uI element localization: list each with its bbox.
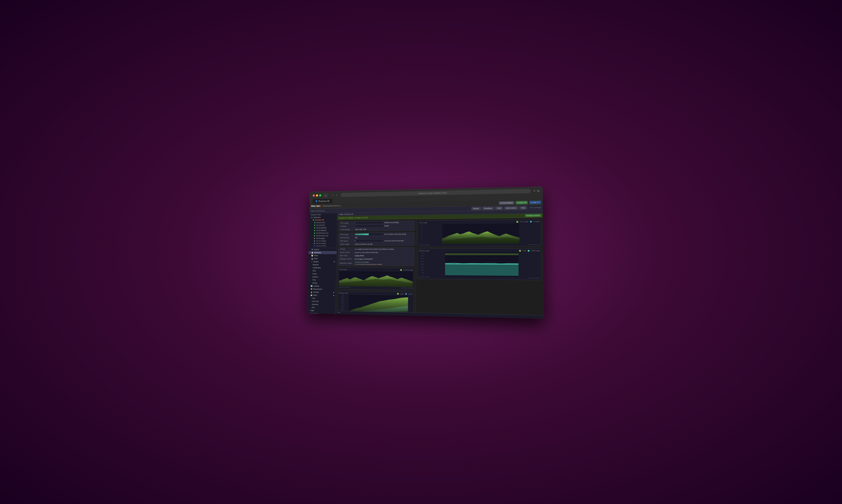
shutdown-button[interactable]: Shutdown <box>482 206 494 210</box>
sidebar-item-syslog[interactable]: Syslog <box>308 281 336 285</box>
network-legend: netin netout <box>397 293 413 295</box>
total-legend-dot <box>519 250 521 251</box>
manager-value: pre-manager/1.3/b462da6f15 <box>355 258 413 260</box>
io-value: 0.00% <box>384 224 413 227</box>
charts-panel: CPU usage CPU usage IO delay <box>416 218 544 316</box>
new-tab-button[interactable]: + <box>533 189 535 193</box>
netout-legend-dot <box>405 293 407 295</box>
network-y-axis: 1 M 900 k 800 k 700 k 600 k 500 k 400 k … <box>339 294 345 312</box>
breadcrumb-text: Node: Proxmox-VE <box>339 213 354 215</box>
maximize-button[interactable] <box>319 194 321 197</box>
pve-sidebar: Server View ▶ Datacenter Proxmox-VE 100 … <box>307 213 338 314</box>
sidebar-item-hosts[interactable]: Hosts <box>308 272 336 276</box>
load-legend-dot <box>400 269 402 271</box>
load-legend: Load average <box>400 269 413 271</box>
sidebar-item-options[interactable]: Options <box>308 275 336 278</box>
sidebar-item-certificates[interactable]: Certificates <box>308 266 337 269</box>
pve-main: Server View ▶ Datacenter Proxmox-VE 100 … <box>307 210 544 319</box>
io-label: IO delay <box>340 225 355 227</box>
memory-legend: Total RAM usage <box>519 250 540 252</box>
tab-title: Proxmox VE <box>319 200 329 202</box>
sidebar-item-vm105[interactable]: 105 (Proxmox #2) <box>309 234 337 237</box>
close-button[interactable] <box>313 194 315 197</box>
kernel-label: Kernel Version <box>340 251 355 253</box>
sidebar-item-system[interactable]: ⚙ System ▶ <box>308 260 336 263</box>
minimize-button[interactable] <box>316 194 318 197</box>
sidebar-item-notes[interactable]: 📝 Notes <box>308 254 337 257</box>
network-svg <box>344 295 413 313</box>
network-header: Network traffic netin netout <box>339 292 413 295</box>
ksm-label: KSM sharing <box>340 237 355 239</box>
manager-label: Manager Version <box>340 258 355 260</box>
cpu-legend: CPU usage IO delay <box>517 220 540 222</box>
node-name: Proxmox-VE <box>315 219 324 221</box>
sidebar-item-shell[interactable]: 💻 Shell <box>308 257 337 260</box>
traffic-lights <box>313 194 321 197</box>
network-title: Network traffic <box>339 292 348 294</box>
sidebar-item-vm107[interactable]: 107 (vm-images) <box>309 239 337 242</box>
netin-legend-dot <box>397 293 399 294</box>
sidebar-item-vm106[interactable]: 106 (images) <box>309 237 337 240</box>
pve-body: CPU usage 0.00% of 12 CPU(s) IO delay <box>336 218 544 316</box>
system-info-box: CPU(s) 12 x Intel(R) Xeon(R) CPU E5-1650… <box>338 247 414 266</box>
cpu-usage-legend-label: CPU usage <box>520 221 529 223</box>
cpus-label: CPU(s) <box>340 248 355 250</box>
help-button[interactable]: Help <box>519 206 527 210</box>
hdd-row: HDD space 1.97% (4.61 GB of 429.26 GB) <box>339 239 414 242</box>
memory-svg <box>425 252 540 277</box>
reboot-button[interactable]: Reboot <box>471 207 481 210</box>
memory-chart-header: Memory usage Total RAM usage <box>419 250 540 252</box>
ram-label: RAM usage <box>340 234 355 235</box>
back-button[interactable]: ‹ <box>331 193 334 197</box>
netin-label: netin <box>400 293 403 295</box>
nav-section: 🔍 Search 📋 Summary 📝 Notes 💻 <box>307 248 337 314</box>
sidebar-toggle-button[interactable]: ▤ <box>323 193 328 197</box>
hdd-label: HDD space <box>340 240 355 242</box>
browser-tab[interactable]: 🔵 Proxmox VE <box>313 199 332 203</box>
bulk-actions-button[interactable]: Bulk Actions <box>504 206 518 210</box>
cpu-time-labels: 2024-05-01 14:35:00 2024-05-01 15:42:00 <box>419 244 540 246</box>
sidebar-item-time[interactable]: Time <box>308 278 336 282</box>
server-load-chart: Server load Load average <box>338 267 414 290</box>
io-delay-legend-dot <box>530 221 532 222</box>
hdd-value: 1.97% (4.61 GB of 429.26 GB) <box>384 240 413 241</box>
create-ct-button[interactable]: Create CT <box>529 201 541 204</box>
ram-value: 49.77% (106.21 GB of 251.58 GB) <box>384 233 413 235</box>
forward-button[interactable]: › <box>335 193 339 197</box>
memory-chart: Memory usage Total RAM usage <box>417 248 542 280</box>
sidebar-item-vm104[interactable]: 104 (Proxmox #1) <box>309 232 337 234</box>
system-icon: ⚙ <box>311 261 313 263</box>
sidebar-item-dns[interactable]: DNS <box>308 269 336 272</box>
cpu-info-row: CPU(s) 12 x Intel(R) Xeon(R) CPU E5-1650… <box>339 248 414 251</box>
sidebar-item-vm101[interactable]: 101 (vm101) <box>309 224 337 227</box>
repo-status-label: Repository Status <box>340 262 355 264</box>
server-load-svg <box>339 271 413 287</box>
sidebar-item-summary[interactable]: 📋 Summary <box>308 251 337 254</box>
load-label: Load average <box>340 228 355 230</box>
kernel-row: Kernel Version Linux 6.11.7-pre (2023-12… <box>339 251 414 254</box>
package-versions-button[interactable]: Package versions <box>525 214 541 217</box>
sidebar-item-vm103[interactable]: 103 (FreeBSD) <box>309 229 337 232</box>
cpu-value: 0.00% of 12 CPU(s) <box>384 221 413 223</box>
pve-updates-status: ● Proxmox VE updates <box>355 261 382 263</box>
shell-icon: 💻 <box>311 258 313 259</box>
node-label: Node: Proxmox-VE <box>311 210 325 212</box>
non-prod-status: ⚠ Non production-ready repository enable… <box>355 264 382 265</box>
shell-button[interactable]: Shell <box>495 206 503 210</box>
documentation-button[interactable]: Documentation <box>499 201 514 204</box>
nav-buttons: ‹ › <box>331 193 339 197</box>
swap-row: SWAP usage 0.95% (2.00 MB of 4.00 GB) <box>339 242 414 246</box>
sidebar-item-vm108[interactable]: 108 (vm-images) <box>309 242 337 245</box>
repo-icon: 📦 <box>311 288 312 290</box>
sidebar-item-ct110[interactable]: 110 (vsh_server) <box>309 245 337 247</box>
tab-manager-button[interactable]: ⧉ <box>537 189 539 193</box>
sidebar-item-updates[interactable]: 🔄 Updates <box>308 285 336 288</box>
sidebar-item-vm102[interactable]: 102 (FreeBSD) <box>309 227 337 229</box>
ram-info-box: RAM usage 49.77% (106.21 GB of 251.58 GB… <box>339 232 415 246</box>
create-vm-button[interactable]: Create VM <box>516 201 528 204</box>
cpu-progress <box>355 222 383 224</box>
sidebar-item-network[interactable]: Network <box>308 263 337 266</box>
sidebar-item-search[interactable]: 🔍 Search <box>309 248 337 251</box>
footer-logs-label: Logs <box>337 312 340 313</box>
disks-expand-icon: ▶ <box>333 295 334 296</box>
